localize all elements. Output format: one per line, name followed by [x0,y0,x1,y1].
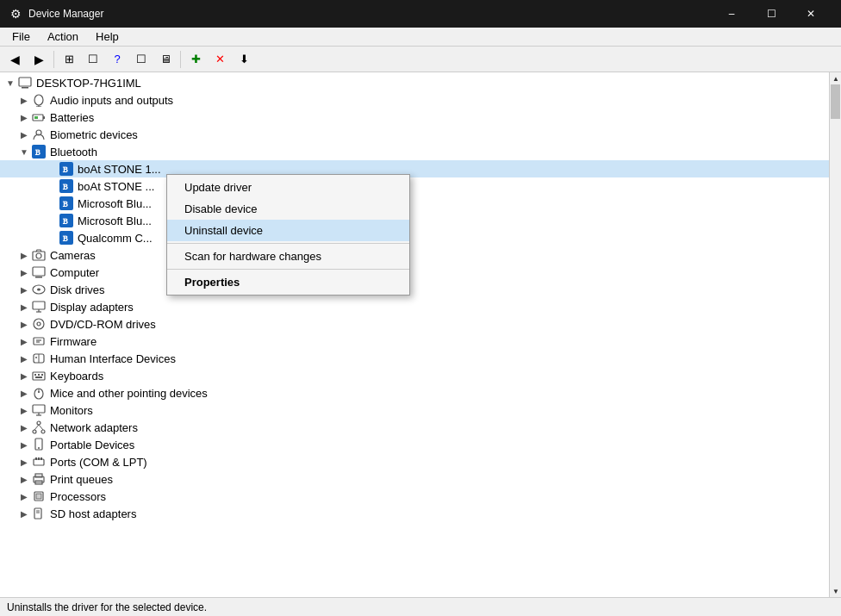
scroll-up-arrow[interactable]: ▲ [830,72,841,84]
title-bar-text: Device Manager [28,8,712,20]
maximize-button[interactable]: ☐ [751,0,791,28]
processors-label: Processors [50,490,106,503]
audio-icon [31,92,47,108]
network-label: Network adapters [50,421,138,434]
properties-button[interactable]: ⊞ [58,49,80,70]
tree-item-network[interactable]: ▶ Network adapters [0,419,829,436]
svg-point-49 [37,421,40,425]
tree-item-audio[interactable]: ▶ Audio inputs and outputs [0,91,829,109]
biometric-label: Biometric devices [50,128,138,141]
bt5-label: Qualcomm C... [78,232,153,245]
menu-help[interactable]: Help [87,28,128,45]
tree-item-dvd[interactable]: ▶ DVD/CD-ROM drives [0,315,829,333]
tree-item-bluetooth[interactable]: ▼ ʙ Bluetooth [0,143,829,160]
tree-item-computer[interactable]: ▶ Computer [0,264,829,281]
svg-rect-46 [33,405,45,413]
vertical-scrollbar[interactable]: ▲ ▼ [829,72,841,597]
root-label: DESKTOP-7HG1IML [36,77,141,90]
scroll-thumb-area[interactable] [830,84,841,585]
ctx-uninstall-device[interactable]: Uninstall device [167,220,409,241]
back-button[interactable]: ◀ [3,49,26,70]
ctx-separator-2 [167,269,409,270]
tree-item-keyboards[interactable]: ▶ Keyboards [0,367,829,384]
ctx-scan-hardware[interactable]: Scan for hardware changes [167,246,409,267]
ctx-properties[interactable]: Properties [167,271,409,293]
tree-item-print[interactable]: ▶ Print queues [0,470,829,488]
tree-item-mice[interactable]: ▶ Mice and other pointing devices [0,384,829,401]
tree-item-cameras[interactable]: ▶ Cameras [0,246,829,264]
help-button[interactable]: ? [106,49,128,70]
svg-rect-58 [38,457,40,460]
tree-item-ports[interactable]: ▶ Ports (COM & LPT) [0,453,829,470]
bt-device-icon-1: ʙ [59,161,74,177]
tree-item-hid[interactable]: ▶ Human Interface Devices [0,350,829,367]
hid-icon [31,351,47,366]
bt4-label: Microsoft Blu... [78,215,152,227]
tree-item-bt2[interactable]: ▶ ʙ boAt STONE ... [0,177,829,195]
audio-expand: ▶ [17,93,31,107]
ports-icon [31,454,47,470]
svg-rect-39 [34,374,36,376]
close-button[interactable]: ✕ [791,0,831,28]
tree-item-bt5[interactable]: ▶ ʙ Qualcomm C... [0,229,829,246]
tree-item-bt3[interactable]: ▶ ʙ Microsoft Blu... [0,195,829,212]
sdhost-label: SD host adapters [50,507,136,520]
tree-item-firmware[interactable]: ▶ Firmware [0,333,829,350]
uninstall-toolbar-button[interactable]: ✕ [209,49,231,70]
scroll-down-arrow[interactable]: ▼ [830,585,841,597]
ctx-update-driver[interactable]: Update driver [167,177,409,198]
network-expand: ▶ [17,420,31,434]
disk-icon [31,282,47,297]
tree-item-processors[interactable]: ▶ Processors [0,488,829,505]
bt-device-icon-5: ʙ [59,230,74,246]
menu-action[interactable]: Action [39,28,87,45]
audio-label: Audio inputs and outputs [50,94,173,107]
svg-text:ʙ: ʙ [63,181,69,191]
update-driver-button[interactable]: ☐ [82,49,104,70]
svg-point-26 [37,289,40,291]
firmware-expand: ▶ [17,334,31,348]
svg-rect-57 [35,457,37,460]
tree-item-display[interactable]: ▶ Display adapters [0,298,829,315]
print-label: Print queues [50,473,113,486]
svg-rect-61 [35,474,42,477]
tree-item-biometric[interactable]: ▶ Biometric devices [0,126,829,143]
status-text: Uninstalls the driver for the selected d… [7,601,207,613]
download-button[interactable]: ⬇ [233,49,255,70]
disk-label: Disk drives [50,283,105,296]
svg-rect-7 [34,116,38,119]
tree-item-monitors[interactable]: ▶ Monitors [0,401,829,419]
network-icon [31,420,47,435]
tree-item-batteries[interactable]: ▶ Batteries [0,109,829,126]
svg-text:ʙ: ʙ [63,198,69,208]
svg-rect-6 [43,116,45,119]
svg-rect-40 [38,374,40,376]
disk-expand: ▶ [17,283,31,296]
bluetooth-icon: ʙ [31,144,47,159]
tree-item-bt4[interactable]: ▶ ʙ Microsoft Blu... [0,212,829,229]
display-icon [31,299,47,314]
bt2-label: boAt STONE ... [78,180,154,193]
scan-button[interactable]: ✚ [184,49,207,70]
mice-icon [31,385,47,401]
scroll-thumb[interactable] [831,84,840,119]
bt-device-icon-2: ʙ [59,178,74,194]
minimize-button[interactable]: – [712,0,751,28]
tree-item-disk[interactable]: ▶ Disk drives [0,281,829,298]
monitors-label: Monitors [50,404,93,417]
tree-root[interactable]: ▼ DESKTOP-7HG1IML [0,74,829,91]
ctx-disable-device[interactable]: Disable device [167,198,409,220]
root-expand-arrow: ▼ [3,76,17,90]
ports-expand: ▶ [17,455,31,469]
display-button[interactable]: 🖥 [154,49,177,70]
tree-item-sdhost[interactable]: ▶ SD host adapters [0,505,829,522]
forward-button[interactable]: ▶ [28,49,50,70]
app-icon: ⚙ [10,7,22,21]
tree-item-bt1[interactable]: ▶ ʙ boAt STONE 1... [0,160,829,177]
tree-item-portable[interactable]: ▶ Portable Devices [0,436,829,453]
view-button[interactable]: ☐ [130,49,153,70]
menu-file[interactable]: File [3,28,39,45]
keyboards-expand: ▶ [17,369,31,383]
device-tree[interactable]: ▼ DESKTOP-7HG1IML ▶ Audio inputs and out… [0,72,829,597]
batteries-expand: ▶ [17,110,31,124]
